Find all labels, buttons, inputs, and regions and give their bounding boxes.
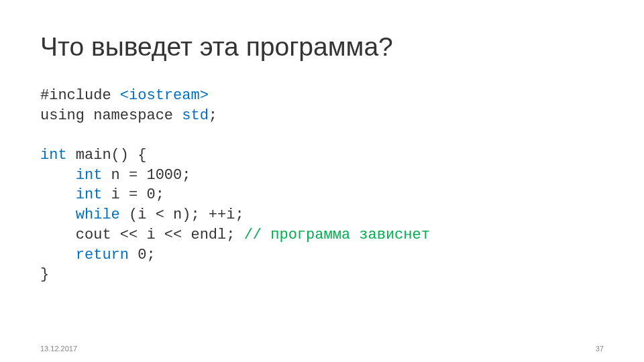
code-text: main() { — [67, 147, 147, 164]
footer-page: 37 — [596, 345, 604, 353]
code-include: <iostream> — [120, 87, 209, 104]
code-keyword: int — [40, 147, 67, 164]
slide-footer: 13.12.2017 37 — [40, 345, 604, 353]
code-text: ; — [209, 107, 217, 124]
code-keyword: while — [76, 206, 120, 223]
code-text — [40, 186, 76, 203]
code-keyword: int — [76, 186, 103, 203]
code-text: (i < n); ++i; — [120, 206, 244, 223]
code-text — [40, 206, 76, 223]
code-text: i = 0; — [102, 186, 164, 203]
code-keyword: std — [182, 107, 209, 124]
code-text — [40, 247, 76, 263]
slide: Что выведет эта программа? #include <ios… — [0, 0, 644, 362]
code-text: n = 1000; — [102, 167, 191, 184]
slide-title: Что выведет эта программа? — [40, 32, 604, 62]
code-text: #include — [40, 87, 120, 104]
code-keyword: int — [76, 167, 103, 184]
code-block: #include <iostream> using namespace std;… — [40, 86, 604, 285]
code-text: } — [40, 266, 49, 283]
code-comment: // программа зависнет — [244, 227, 430, 243]
footer-date: 13.12.2017 — [40, 345, 77, 353]
code-keyword: return — [76, 247, 129, 263]
code-text: 0; — [129, 247, 156, 263]
code-text: using namespace — [40, 107, 182, 124]
code-text — [40, 167, 76, 184]
code-text: cout << i << endl; — [40, 227, 244, 243]
